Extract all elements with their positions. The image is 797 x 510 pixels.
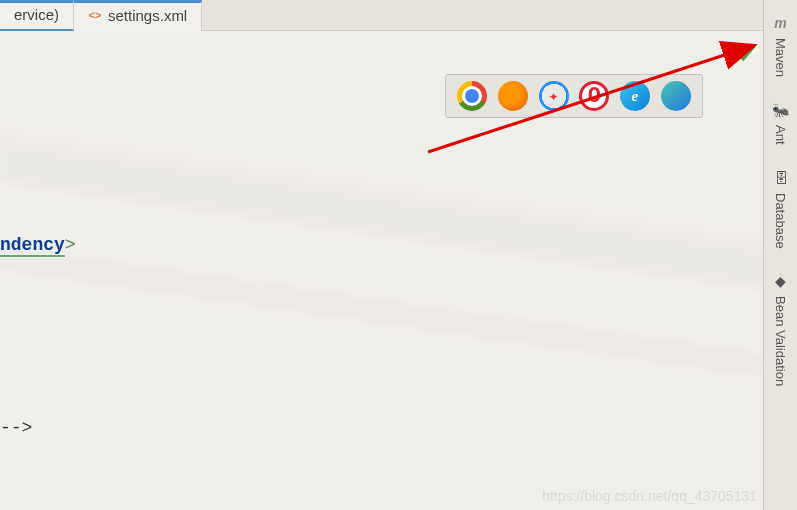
right-tab-label: Database: [773, 193, 788, 249]
right-tool-bar: m Maven 🐜 Ant 🗄 Database ◆ Bean Validati…: [763, 0, 797, 510]
inspection-ok-icon[interactable]: [735, 42, 757, 64]
right-tab-database[interactable]: 🗄 Database: [772, 169, 790, 249]
bean-validation-icon: ◆: [772, 272, 790, 290]
tab-label: ervice): [14, 6, 59, 23]
tab-bar: ervice) <> settings.xml: [0, 0, 797, 31]
safari-icon[interactable]: [539, 81, 569, 111]
right-tab-bean-validation[interactable]: ◆ Bean Validation: [772, 272, 790, 386]
edge-legacy-icon[interactable]: e: [620, 81, 650, 111]
right-tab-label: Maven: [773, 38, 788, 77]
right-tab-label: Ant: [773, 125, 788, 145]
database-icon: 🗄: [772, 169, 790, 187]
ant-icon: 🐜: [772, 101, 790, 119]
maven-icon: m: [772, 14, 790, 32]
watermark-text: https://blog.csdn.net/qq_43705131: [542, 488, 757, 504]
tag-dependency-partial: ndency: [0, 235, 65, 257]
opera-icon[interactable]: O: [579, 81, 609, 111]
right-tab-maven[interactable]: m Maven: [772, 14, 790, 77]
xml-comment-end: -->: [0, 418, 32, 438]
firefox-icon[interactable]: [498, 81, 528, 111]
angle: >: [65, 235, 76, 255]
xml-file-icon: <>: [88, 8, 102, 22]
edge-icon[interactable]: [661, 81, 691, 111]
tab-service[interactable]: ervice): [0, 0, 74, 31]
chrome-icon[interactable]: [457, 81, 487, 111]
tab-settings-xml[interactable]: <> settings.xml: [74, 0, 202, 31]
browser-icons-tray: O e: [445, 74, 703, 118]
tab-label: settings.xml: [108, 7, 187, 24]
right-tab-ant[interactable]: 🐜 Ant: [772, 101, 790, 145]
right-tab-label: Bean Validation: [773, 296, 788, 386]
